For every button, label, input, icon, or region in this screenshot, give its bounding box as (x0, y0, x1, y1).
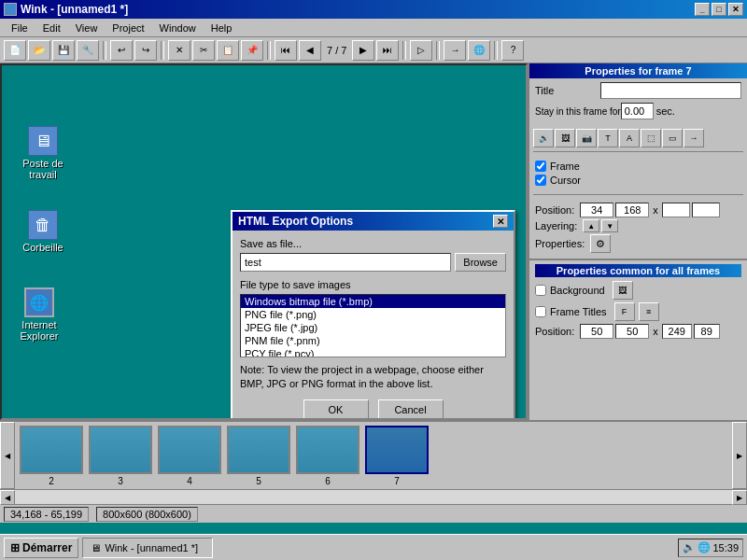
menu-edit[interactable]: Edit (35, 21, 68, 35)
arrow-icon[interactable]: → (684, 129, 704, 147)
frame-check-row: Frame (535, 161, 741, 172)
common-pos-h[interactable] (694, 324, 720, 339)
maximize-button[interactable]: □ (712, 3, 726, 16)
scroll-track[interactable] (15, 490, 732, 504)
scroll-left-button[interactable]: ◀ (0, 490, 15, 505)
cancel-button[interactable]: Cancel (378, 399, 444, 420)
menu-bar: File Edit View Project Window Help (0, 19, 747, 37)
filmstrip: ◀ 2 3 4 5 6 7 (0, 420, 747, 504)
frame-6-thumb (296, 426, 359, 474)
background-checkbox[interactable] (535, 285, 546, 296)
stay-label: Stay in this frame for (535, 106, 621, 117)
main-area: 🖥 Poste de travail 🗑 Corbeille 🌐 Interne… (0, 63, 747, 420)
common-pos-y[interactable] (615, 324, 649, 339)
desktop-icon-trash[interactable]: 🗑 Corbeille (15, 210, 71, 253)
redo-button[interactable]: ↪ (134, 40, 157, 61)
help-btn[interactable]: ? (501, 40, 524, 61)
ok-button[interactable]: OK (303, 399, 369, 420)
frame-titles-align-icon[interactable]: ≡ (639, 302, 659, 321)
minimize-button[interactable]: _ (695, 3, 710, 16)
frame-7[interactable]: 7 (364, 426, 430, 486)
list-item-pcy[interactable]: PCY file (*.pcy) (241, 347, 505, 357)
image-icon[interactable]: 🖼 (555, 129, 575, 147)
last-frame-button[interactable]: ⏭ (376, 40, 399, 61)
next-frame-button[interactable]: ▶ (352, 40, 374, 61)
first-frame-button[interactable]: ⏮ (275, 40, 297, 61)
paste-button[interactable]: 📌 (241, 40, 263, 61)
frame-5[interactable]: 5 (226, 426, 291, 486)
background-check-row: Background 🖼 (535, 281, 741, 300)
frame-counter: 7 / 7 (323, 45, 350, 56)
preview-button[interactable]: 🌐 (468, 40, 490, 61)
layer-up-button[interactable]: ▲ (583, 219, 599, 232)
filename-input[interactable] (240, 253, 451, 272)
close-button[interactable]: ✕ (728, 3, 743, 16)
desktop-icon-computer[interactable]: 🖥 Poste de travail (15, 126, 71, 180)
text-icon[interactable]: T (598, 129, 618, 147)
layering-row: Layering: ▲ ▼ (535, 219, 741, 232)
filmstrip-frames: 2 3 4 5 6 7 (15, 422, 732, 489)
menu-view[interactable]: View (68, 21, 106, 35)
stay-input[interactable] (621, 103, 654, 119)
highlight-icon[interactable]: A (619, 129, 640, 147)
pos-x-input[interactable] (580, 203, 613, 217)
frame-4[interactable]: 4 (157, 426, 222, 486)
scroll-right-button[interactable]: ▶ (732, 490, 747, 505)
play-button[interactable]: ▷ (410, 40, 432, 61)
menu-project[interactable]: Project (105, 21, 151, 35)
list-item-jpg[interactable]: JPEG file (*.jpg) (241, 321, 505, 334)
separator-6 (494, 41, 498, 60)
ie-label: InternetExplorer (21, 319, 59, 342)
start-button[interactable]: ⊞ Démarrer (4, 538, 78, 558)
video-icon[interactable]: 📷 (576, 129, 597, 147)
list-item-bmp[interactable]: Windows bitmap file (*.bmp) (241, 295, 505, 308)
menu-file[interactable]: File (4, 21, 35, 35)
start-label: Démarrer (22, 541, 72, 554)
export-button[interactable]: → (444, 40, 466, 61)
frame-2[interactable]: 2 (19, 426, 84, 486)
list-item-pnm[interactable]: PNM file (*.pnm) (241, 334, 505, 347)
common-pos-x[interactable] (580, 324, 613, 339)
cursor-checkbox[interactable] (535, 175, 546, 186)
frame-6[interactable]: 6 (295, 426, 360, 486)
open-button[interactable]: 📂 (28, 40, 50, 61)
button-icon[interactable]: ⬚ (641, 129, 661, 147)
menu-help[interactable]: Help (204, 21, 240, 35)
new-button[interactable]: 📄 (4, 40, 26, 61)
frame-titles-font-icon[interactable]: F (614, 302, 635, 321)
textfield-icon[interactable]: ▭ (662, 129, 683, 147)
taskbar-app-item[interactable]: 🖥 Wink - [unnamed1 *] (82, 538, 213, 558)
frame-titles-checkbox[interactable] (535, 306, 546, 317)
background-image-icon[interactable]: 🖼 (613, 281, 633, 300)
desktop-icon-ie[interactable]: 🌐 InternetExplorer (11, 287, 67, 342)
filmstrip-scroll-right[interactable]: ▶ (732, 422, 747, 489)
frame-7-num: 7 (394, 476, 400, 486)
title-input[interactable] (600, 82, 741, 99)
separator-2 (161, 41, 164, 60)
pos-y-input[interactable] (615, 203, 649, 217)
pos-h-input[interactable] (692, 203, 720, 217)
properties-button[interactable]: 🔧 (77, 40, 99, 61)
layer-down-button[interactable]: ▼ (601, 219, 618, 232)
filetype-listbox[interactable]: Windows bitmap file (*.bmp) PNG file (*.… (240, 294, 506, 357)
list-item-png[interactable]: PNG file (*.png) (241, 308, 505, 321)
sound-icon[interactable]: 🔊 (533, 129, 554, 147)
stay-row: Stay in this frame for sec. (535, 103, 741, 119)
properties-row: Properties: ⚙ (535, 234, 741, 253)
cut-button[interactable]: ✂ (192, 40, 215, 61)
browse-button[interactable]: Browse (455, 253, 506, 272)
dialog-close-button[interactable]: ✕ (493, 215, 508, 228)
title-label: Title (535, 85, 600, 96)
save-button[interactable]: 💾 (52, 40, 75, 61)
copy-button[interactable]: 📋 (217, 40, 239, 61)
menu-window[interactable]: Window (152, 21, 204, 35)
pos-w-input[interactable] (662, 203, 690, 217)
frame-3[interactable]: 3 (88, 426, 153, 486)
frame-checkbox[interactable] (535, 161, 546, 172)
prev-frame-button[interactable]: ◀ (299, 40, 321, 61)
common-pos-w[interactable] (662, 324, 692, 339)
undo-button[interactable]: ↩ (110, 40, 133, 61)
filmstrip-scroll-left[interactable]: ◀ (0, 422, 15, 489)
properties-icon[interactable]: ⚙ (590, 234, 611, 253)
delete-button[interactable]: ✕ (168, 40, 190, 61)
